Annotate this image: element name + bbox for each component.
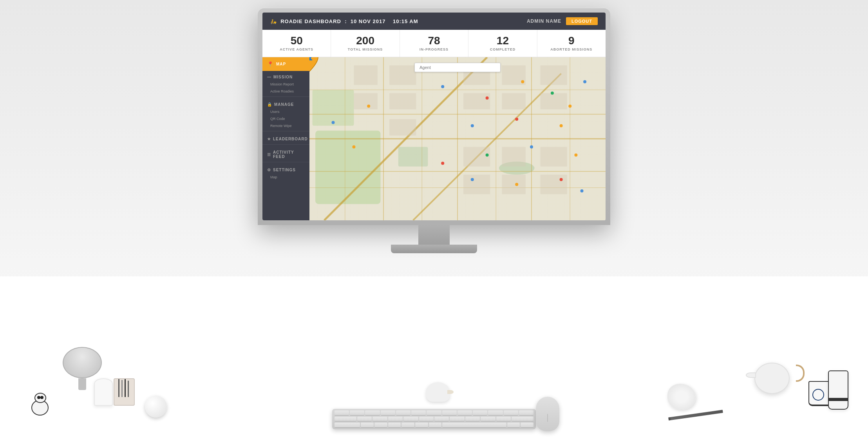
sidebar-section-manage: 🔒 MANAGE — [262, 98, 309, 108]
monitor-stand-neck — [418, 225, 450, 245]
key-row-top — [335, 410, 533, 416]
monitor: 🛵 ROADIE DASHBOARD : 10 NOV 2017 10:15 A… — [258, 8, 610, 253]
block-6 — [354, 93, 377, 110]
sidebar-item-activity-feed[interactable]: ☰ ACTIVITY FEED — [267, 150, 305, 159]
key-enter — [512, 417, 533, 422]
marker-6 — [568, 105, 571, 108]
key — [361, 423, 374, 428]
block-9 — [502, 93, 525, 110]
star-icon: ★ — [267, 137, 271, 141]
key — [450, 417, 464, 422]
sidebar-section-settings: ⚙ SETTINGS — [262, 164, 309, 174]
topbar-title: 🛵 ROADIE DASHBOARD : 10 NOV 2017 10:15 A… — [270, 18, 418, 24]
key — [411, 410, 426, 416]
block-13 — [502, 147, 525, 167]
marker-3 — [486, 96, 489, 100]
sidebar-item-mission[interactable]: — MISSION — [267, 75, 305, 79]
key — [381, 410, 395, 416]
stat-label-completed: COMPLETED — [490, 47, 516, 51]
key — [496, 417, 511, 422]
key — [429, 423, 442, 428]
thermos — [828, 370, 848, 410]
key — [335, 410, 349, 416]
topbar: 🛵 ROADIE DASHBOARD : 10 NOV 2017 10:15 A… — [262, 13, 606, 30]
small-decorative-ball — [145, 396, 167, 417]
cup-design — [812, 389, 824, 401]
gear-icon: ⚙ — [267, 168, 271, 172]
sidebar-item-manage[interactable]: 🔒 MANAGE — [267, 102, 305, 107]
key-space — [442, 423, 506, 428]
block-16 — [502, 175, 525, 194]
key — [507, 423, 520, 428]
mouse[interactable] — [536, 397, 559, 431]
sidebar-sub-qrcode[interactable]: QR Code — [262, 115, 309, 122]
stat-number-active-agents: 50 — [291, 35, 303, 46]
key — [365, 410, 380, 416]
lock-icon: 🔒 — [267, 102, 272, 107]
stat-label-total-missions: TOTAL MISSIONS — [348, 47, 383, 51]
stat-active-agents: 50 ACTIVE AGENTS — [262, 30, 331, 57]
sidebar-section-leaderboard: ★ LEADERBOARD — [262, 133, 309, 143]
stat-total-missions: 200 TOTAL MISSIONS — [331, 30, 400, 57]
block-1 — [354, 65, 377, 85]
key — [396, 410, 410, 416]
admin-name: ADMIN NAME — [527, 18, 561, 24]
key — [415, 423, 428, 428]
divider-3 — [262, 144, 309, 145]
key — [373, 417, 387, 422]
block-14 — [541, 147, 567, 167]
dash-icon: — — [267, 75, 271, 79]
divider-1 — [262, 96, 309, 97]
sidebar-sub-mission-report[interactable]: Mission Report — [262, 81, 309, 88]
stat-label-active-agents: ACTIVE AGENTS — [280, 47, 313, 51]
panda-figurine — [31, 400, 55, 419]
marker-18 — [580, 189, 584, 192]
pen-4 — [128, 381, 129, 397]
key-shift — [335, 423, 360, 428]
key — [519, 410, 533, 416]
block-5 — [541, 65, 567, 85]
stat-number-aborted: 9 — [568, 35, 575, 46]
sidebar-sub-users[interactable]: Users — [262, 108, 309, 115]
key — [473, 410, 487, 416]
logout-button[interactable]: LOGOUT — [566, 17, 598, 25]
marker-11 — [486, 154, 489, 157]
dashboard: 🛵 ROADIE DASHBOARD : 10 NOV 2017 10:15 A… — [262, 13, 606, 220]
stat-number-completed: 12 — [497, 35, 509, 46]
sidebar-sub-active-roadies[interactable]: Active Roadies — [262, 88, 309, 95]
thermos-band — [829, 398, 848, 401]
stat-number-in-progress: 78 — [428, 35, 440, 46]
key — [504, 410, 518, 416]
pen-1 — [118, 378, 119, 397]
stats-bar: 50 ACTIVE AGENTS 200 TOTAL MISSIONS 78 I… — [262, 30, 606, 57]
key — [374, 423, 387, 428]
agent-search-input[interactable] — [414, 63, 501, 72]
map-container: 👤 👤 — [309, 57, 606, 220]
key — [403, 417, 418, 422]
stat-completed: 12 COMPLETED — [468, 30, 537, 57]
marker-12 — [530, 145, 533, 149]
sidebar-sub-remote-wipe[interactable]: Remote Wipe — [262, 122, 309, 129]
sidebar-sub-map[interactable]: Map — [262, 174, 309, 181]
divider-2 — [262, 131, 309, 131]
monitor-stand-base — [391, 245, 477, 253]
key — [488, 410, 503, 416]
park-small — [398, 147, 428, 167]
sidebar-item-settings[interactable]: ⚙ SETTINGS — [267, 168, 305, 172]
map-pin-2: 👤 — [309, 57, 318, 71]
key — [388, 417, 403, 422]
marker-1 — [367, 105, 370, 108]
key — [465, 417, 480, 422]
sidebar-item-leaderboard[interactable]: ★ LEADERBOARD — [267, 137, 305, 141]
sidebar: 📍 MAP — MISSION Mission Report — [262, 57, 309, 220]
main-content: 📍 MAP — MISSION Mission Report — [262, 57, 606, 220]
teapot-spout — [746, 372, 756, 378]
keyboard[interactable] — [332, 409, 536, 429]
marker-16 — [515, 183, 518, 186]
mouse-scroll — [548, 414, 548, 422]
park-area-left — [315, 131, 380, 204]
sidebar-item-map[interactable]: 📍 MAP — [262, 57, 309, 71]
desktop-scene: 🛵 ROADIE DASHBOARD : 10 NOV 2017 10:15 A… — [0, 0, 868, 441]
white-cylinder — [94, 378, 113, 406]
marker-4 — [521, 80, 524, 83]
